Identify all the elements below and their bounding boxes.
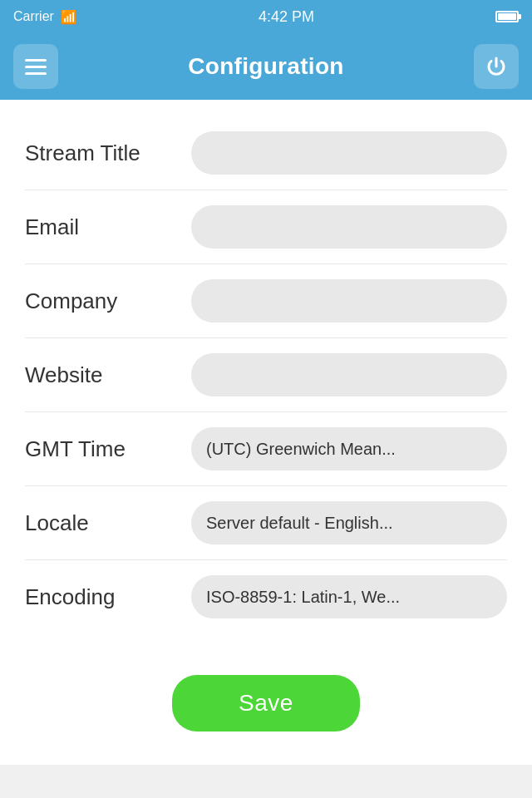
page-title: Configuration: [188, 53, 343, 80]
company-label: Company: [25, 288, 191, 314]
save-area: Save: [0, 650, 532, 765]
save-button[interactable]: Save: [172, 675, 360, 732]
status-bar-left: Carrier 📶: [13, 9, 77, 25]
email-label: Email: [25, 214, 191, 240]
locale-row: Locale Server default - English...: [25, 486, 507, 560]
status-bar-right: [495, 11, 519, 22]
wifi-icon: 📶: [61, 9, 77, 25]
email-input[interactable]: [191, 205, 507, 249]
status-bar-time: 4:42 PM: [259, 8, 314, 26]
gmt-time-select[interactable]: (UTC) Greenwich Mean...: [191, 427, 507, 470]
encoding-select[interactable]: ISO-8859-1: Latin-1, We...: [191, 575, 507, 618]
gmt-time-row: GMT Time (UTC) Greenwich Mean...: [25, 412, 507, 486]
website-row: Website: [25, 338, 507, 412]
website-label: Website: [25, 362, 191, 388]
battery-icon: [495, 11, 519, 22]
encoding-label: Encoding: [25, 584, 191, 610]
locale-label: Locale: [25, 510, 191, 536]
form-content: Stream Title Email Company Website GMT T…: [0, 100, 532, 650]
hamburger-line-1: [25, 59, 47, 62]
email-row: Email: [25, 190, 507, 264]
status-bar: Carrier 📶 4:42 PM: [0, 0, 532, 33]
gmt-time-label: GMT Time: [25, 436, 191, 462]
hamburger-line-2: [25, 66, 47, 68]
encoding-row: Encoding ISO-8859-1: Latin-1, We...: [25, 560, 507, 633]
stream-title-label: Stream Title: [25, 140, 191, 166]
carrier-label: Carrier: [13, 9, 54, 24]
stream-title-input[interactable]: [191, 131, 507, 175]
locale-select[interactable]: Server default - English...: [191, 501, 507, 544]
stream-title-row: Stream Title: [25, 116, 507, 190]
power-button[interactable]: [474, 44, 519, 89]
power-icon: [485, 55, 508, 78]
hamburger-line-3: [25, 72, 47, 75]
company-row: Company: [25, 264, 507, 338]
website-input[interactable]: [191, 353, 507, 397]
company-input[interactable]: [191, 279, 507, 323]
nav-bar: Configuration: [0, 33, 532, 100]
menu-button[interactable]: [13, 44, 58, 89]
